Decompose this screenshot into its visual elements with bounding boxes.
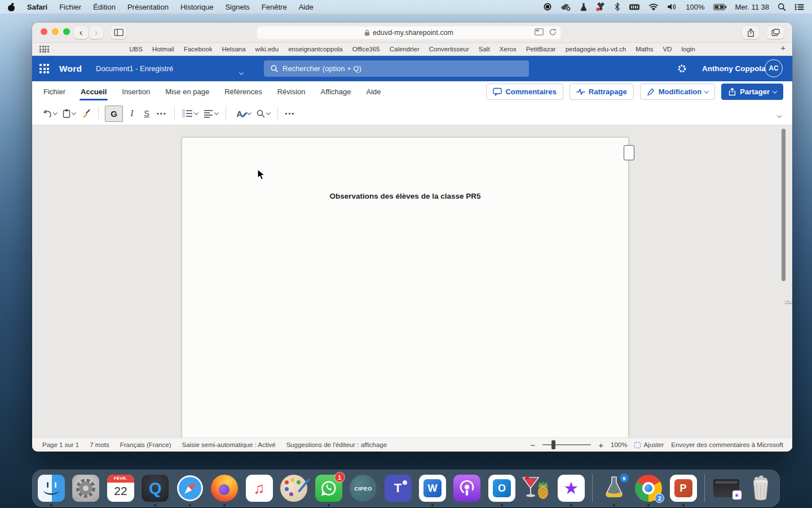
dock-firefox[interactable] (211, 475, 238, 502)
autocorrect-status[interactable]: Saisie semi-automatique : Activé (182, 441, 275, 448)
underline-button[interactable]: S (139, 106, 154, 121)
dock-whatsapp[interactable]: 1 (315, 475, 342, 502)
minimize-window-button[interactable] (52, 28, 59, 35)
spotlight-icon[interactable] (778, 3, 786, 11)
tab-aide[interactable]: Aide (367, 81, 381, 102)
format-painter-button[interactable] (78, 106, 94, 121)
dock-podcasts[interactable] (453, 475, 480, 502)
editor-suggestions-status[interactable]: Suggestions de l'éditeur : affichage (286, 441, 387, 448)
dock-tropical-app[interactable] (523, 475, 550, 502)
new-tab-button[interactable]: + (780, 43, 785, 52)
dock-word[interactable]: W (419, 475, 446, 502)
volume-icon[interactable] (667, 3, 677, 11)
dock-safari[interactable] (176, 475, 204, 502)
comments-button[interactable]: Commentaires (486, 84, 563, 100)
language-status[interactable]: Français (France) (120, 441, 171, 448)
reload-icon[interactable] (549, 28, 557, 36)
vertical-scrollbar[interactable] (782, 129, 785, 281)
bookmark-facebook[interactable]: Facebook (184, 46, 213, 52)
tab-accueil[interactable]: Accueil (81, 81, 107, 102)
bookmark-enseignantcoppola[interactable]: enseignantcoppola (288, 46, 343, 52)
bookmark-helsana[interactable]: Helsana (222, 46, 245, 52)
dock-finder[interactable] (38, 475, 65, 502)
document-name-chevron-icon[interactable] (240, 67, 243, 77)
bookmark-office365[interactable]: Office365 (352, 46, 380, 52)
document-name[interactable]: Document1 - Enregistré (96, 64, 173, 73)
bookmark-maths[interactable]: Maths (636, 46, 653, 52)
search-input[interactable]: Rechercher (option + Q) (264, 60, 529, 77)
dock-outlook[interactable]: O (488, 475, 515, 502)
document-canvas[interactable]: Observations des élèves de la classe PR5 (32, 125, 792, 437)
bookmark-vd[interactable]: VD (663, 46, 672, 52)
feedback-link[interactable]: Envoyer des commentaires à Microsoft (671, 441, 783, 448)
word-app-name[interactable]: Word (59, 64, 82, 74)
dock-quicktime[interactable]: Q (142, 475, 169, 502)
zoom-window-button[interactable] (63, 28, 70, 35)
document-title-text[interactable]: Observations des élèves de la classe PR5 (182, 192, 628, 200)
bookmark-ubs[interactable]: UBS (129, 46, 143, 52)
flask-menu-icon[interactable] (580, 2, 588, 11)
share-button[interactable] (742, 26, 759, 39)
bookmark-xerox[interactable]: Xerox (500, 46, 517, 52)
dock-imovie[interactable]: ★ (558, 475, 585, 502)
bookmark-convertisseur[interactable]: Convertisseur (429, 46, 469, 52)
sidebar-toggle-button[interactable] (111, 26, 126, 39)
dock-calendar[interactable]: FÉVR. 22 (107, 475, 134, 502)
keyboard-icon[interactable] (629, 3, 640, 11)
tab-mise-en-page[interactable]: Mise en page (165, 81, 209, 102)
menu-historique[interactable]: Historique (180, 3, 214, 11)
menu-presentation[interactable]: Présentation (127, 3, 169, 11)
bookmark-hotmail[interactable]: Hotmail (152, 46, 174, 52)
dock-paint-palette[interactable] (280, 475, 307, 502)
menu-edition[interactable]: Édition (93, 3, 116, 11)
close-window-button[interactable] (41, 28, 47, 35)
zoom-in-button[interactable]: + (598, 440, 603, 450)
desktop-file-label[interactable]: cx (785, 297, 792, 304)
word-count[interactable]: 7 mots (90, 441, 109, 448)
overflow-button[interactable]: ••• (283, 106, 298, 121)
bookmark-wiki-edu[interactable]: wiki.edu (255, 46, 279, 52)
control-center-icon[interactable] (795, 3, 804, 11)
avatar[interactable]: AC (765, 59, 783, 77)
menu-bar-clock[interactable]: Mer. 11 38 (735, 3, 769, 11)
fit-page-button[interactable]: Ajuster (634, 441, 664, 448)
share-document-button[interactable]: Partager (721, 84, 783, 100)
tab-references[interactable]: Références (224, 81, 262, 102)
address-bar[interactable]: eduvd-my.sharepoint.com (257, 26, 561, 40)
bookmark-petitbazar[interactable]: PetitBazar (526, 46, 556, 52)
dock-system-preferences[interactable] (72, 475, 99, 502)
settings-gear-icon[interactable] (677, 64, 687, 76)
collapse-ribbon-chevron[interactable] (778, 110, 781, 120)
bookmark-salt[interactable]: Salt (479, 46, 490, 52)
zoom-out-button[interactable]: − (530, 440, 535, 450)
bold-button[interactable]: G (105, 106, 123, 122)
user-name[interactable]: Anthony Coppola (702, 64, 765, 73)
tab-revision[interactable]: Révision (277, 81, 306, 102)
apple-menu-icon[interactable] (8, 3, 15, 11)
document-page[interactable]: Observations des élèves de la classe PR5 (182, 137, 629, 437)
editing-mode-button[interactable]: Modification (640, 84, 716, 100)
menu-fichier[interactable]: Fichier (59, 3, 81, 11)
paste-button[interactable] (60, 106, 78, 121)
tab-fichier[interactable]: Fichier (43, 81, 65, 102)
tab-affichage[interactable]: Affichage (321, 81, 351, 102)
dock-chrome[interactable]: 2 (635, 475, 662, 502)
dock-minimized-window[interactable]: ★ (713, 475, 740, 502)
menu-fenetre[interactable]: Fenêtre (262, 3, 287, 11)
tab-insertion[interactable]: Insertion (122, 81, 150, 102)
dock-science-flask[interactable]: 9 (601, 475, 628, 502)
bookmark-calendrier[interactable]: Calendrier (390, 46, 420, 52)
bookmarks-grid-icon[interactable] (39, 46, 49, 52)
comment-anchor-widget[interactable] (624, 145, 634, 160)
tab-overview-button[interactable] (767, 26, 784, 39)
italic-button[interactable]: I (125, 106, 139, 121)
dock-teams[interactable]: T (385, 475, 412, 502)
menu-app-name[interactable]: Safari (27, 3, 47, 11)
zoom-level[interactable]: 100% (611, 441, 627, 448)
more-formatting-button[interactable]: ••• (154, 106, 170, 121)
bookmark-login[interactable]: login (681, 46, 695, 52)
bookmark-pedagogie[interactable]: pedagogie.edu-vd.ch (566, 46, 626, 52)
forward-button[interactable]: › (89, 26, 103, 39)
undo-button[interactable] (40, 106, 60, 121)
page-count[interactable]: Page 1 sur 1 (42, 441, 79, 448)
